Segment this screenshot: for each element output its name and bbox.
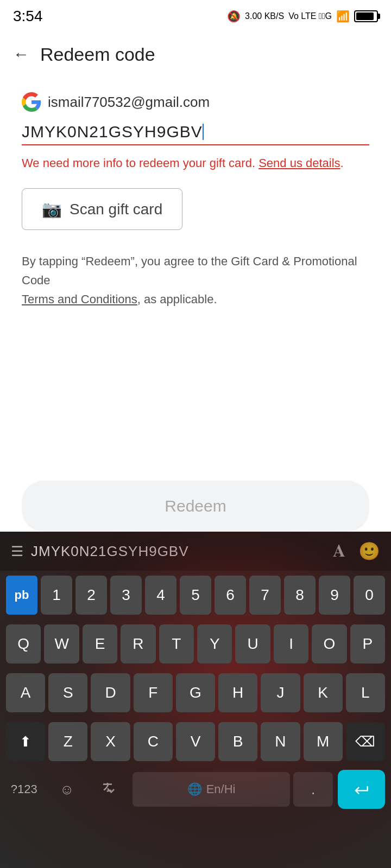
key-w[interactable]: W: [44, 624, 79, 663]
redeem-button[interactable]: Redeem: [22, 481, 369, 532]
signal-icon: 📶: [336, 10, 350, 23]
key-j[interactable]: J: [261, 673, 300, 712]
backspace-key[interactable]: ⌫: [346, 722, 385, 761]
key-7[interactable]: 7: [249, 576, 281, 615]
page-title: Redeem code: [40, 44, 155, 65]
space-key[interactable]: 🌐 En/Hi: [133, 772, 290, 807]
emoji-key-bottom[interactable]: ☺: [47, 772, 87, 807]
key-y[interactable]: Y: [197, 624, 232, 663]
keyboard-top-right: 𝐀 🙂: [333, 541, 380, 561]
redeem-area: Redeem: [0, 481, 391, 532]
key-k[interactable]: K: [304, 673, 343, 712]
back-button[interactable]: ←: [13, 46, 29, 62]
key-f[interactable]: F: [134, 673, 173, 712]
key-u[interactable]: U: [235, 624, 270, 663]
key-g[interactable]: G: [176, 673, 215, 712]
font-icon[interactable]: 𝐀: [333, 541, 345, 561]
enter-key[interactable]: [338, 770, 385, 809]
emoji-icon[interactable]: 🙂: [358, 541, 380, 561]
status-time: 3:54: [13, 8, 43, 25]
key-q[interactable]: Q: [6, 624, 41, 663]
key-0[interactable]: 0: [354, 576, 385, 615]
pb-key[interactable]: pb: [6, 576, 37, 615]
account-row: ismail770532@gmail.com: [22, 92, 369, 112]
main-content: ismail770532@gmail.com JMYK0N21GSYH9GBV …: [0, 76, 391, 309]
qwerty-row: Q W E R T Y U I O P: [0, 620, 391, 668]
key-1[interactable]: 1: [41, 576, 72, 615]
battery-icon: 97: [354, 10, 378, 22]
dot-key[interactable]: .: [293, 772, 333, 807]
key-t[interactable]: T: [159, 624, 194, 663]
key-9[interactable]: 9: [319, 576, 350, 615]
send-details-link[interactable]: Send us details: [258, 156, 340, 170]
error-message: We need more info to redeem your gift ca…: [22, 154, 369, 172]
number-row: pb 1 2 3 4 5 6 7 8 9 0: [0, 571, 391, 620]
network-icon: Vo LTE ⁴᷊G: [288, 11, 332, 21]
scan-label: Scan gift card: [70, 201, 162, 218]
symbol-key[interactable]: ?123: [4, 772, 44, 807]
translate-key[interactable]: [90, 772, 129, 807]
account-email: ismail770532@gmail.com: [48, 94, 210, 111]
text-cursor: [203, 124, 204, 140]
key-p[interactable]: P: [350, 624, 385, 663]
key-l[interactable]: L: [346, 673, 385, 712]
key-2[interactable]: 2: [75, 576, 107, 615]
key-3[interactable]: 3: [110, 576, 142, 615]
key-i[interactable]: I: [274, 624, 308, 663]
code-input-wrapper: JMYK0N21GSYH9GBV: [22, 123, 369, 145]
terms-link[interactable]: Terms and Conditions: [22, 292, 137, 306]
key-6[interactable]: 6: [215, 576, 246, 615]
camera-icon: 📷: [42, 200, 62, 219]
key-v[interactable]: V: [176, 722, 215, 761]
terms-text: By tapping “Redeem”, you agree to the Gi…: [22, 252, 369, 309]
keyboard: ☰ JMYK0N21GSYH9GBV 𝐀 🙂 pb 1 2 3 4 5 6 7 …: [0, 532, 391, 868]
key-d[interactable]: D: [91, 673, 130, 712]
key-c[interactable]: C: [134, 722, 173, 761]
space-row: ?123 ☺ 🌐 En/Hi .: [0, 766, 391, 816]
asdf-row: A S D F G H J K L: [0, 668, 391, 717]
key-b[interactable]: B: [218, 722, 257, 761]
clipboard-icon: ☰: [11, 543, 23, 560]
key-a[interactable]: A: [6, 673, 45, 712]
shift-key[interactable]: ⬆: [6, 722, 45, 761]
scan-gift-card-button[interactable]: 📷 Scan gift card: [22, 188, 182, 230]
key-5[interactable]: 5: [180, 576, 211, 615]
key-r[interactable]: R: [121, 624, 155, 663]
key-m[interactable]: M: [304, 722, 343, 761]
key-n[interactable]: N: [261, 722, 300, 761]
clipboard-text[interactable]: JMYK0N21GSYH9GBV: [31, 543, 333, 560]
status-icons: 🔕 3.00 KB/S Vo LTE ⁴᷊G 📶 97: [227, 10, 378, 23]
key-o[interactable]: O: [312, 624, 346, 663]
key-e[interactable]: E: [83, 624, 117, 663]
key-s[interactable]: S: [48, 673, 87, 712]
data-speed: 3.00 KB/S: [245, 11, 284, 21]
key-8[interactable]: 8: [284, 576, 316, 615]
code-display: JMYK0N21GSYH9GBV: [22, 123, 203, 141]
header: ← Redeem code: [0, 33, 391, 76]
google-logo-icon: [22, 92, 41, 112]
zxcv-row: ⬆ Z X C V B N M ⌫: [0, 717, 391, 766]
status-bar: 3:54 🔕 3.00 KB/S Vo LTE ⁴᷊G 📶 97: [0, 0, 391, 33]
battery-percent: 97: [362, 12, 369, 20]
key-x[interactable]: X: [91, 722, 130, 761]
mute-icon: 🔕: [227, 10, 241, 23]
key-4[interactable]: 4: [145, 576, 176, 615]
key-z[interactable]: Z: [48, 722, 87, 761]
keyboard-clipboard-bar: ☰ JMYK0N21GSYH9GBV 𝐀 🙂: [0, 532, 391, 571]
key-h[interactable]: H: [218, 673, 257, 712]
